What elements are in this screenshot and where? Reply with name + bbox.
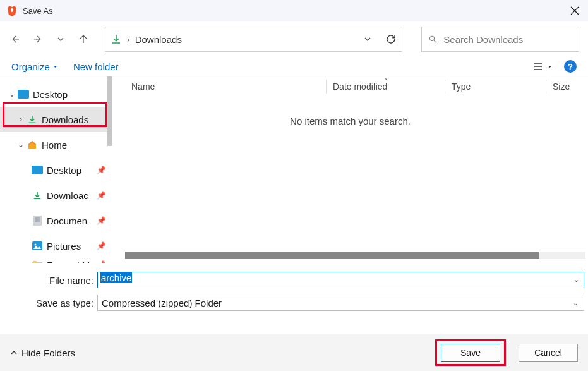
filetype-combo[interactable]: Compressed (zipped) Folder ⌄: [97, 295, 584, 311]
tree-label: Home: [42, 140, 67, 150]
footer: Hide Folders Save Cancel: [0, 334, 588, 371]
column-headers: Name ⌄ Date modified Type Size: [112, 76, 588, 97]
search-input[interactable]: [443, 34, 572, 45]
close-icon: [570, 6, 579, 15]
pin-icon: 📌: [97, 260, 106, 263]
empty-message: No items match your search.: [112, 116, 588, 126]
svg-rect-3: [33, 216, 42, 226]
arrow-right-icon: [32, 33, 44, 45]
chevron-down-icon: ⌄: [16, 140, 25, 149]
file-fields: File name: archive ⌄ Save as type: Compr…: [0, 263, 588, 322]
downloads-icon: [30, 190, 44, 201]
pin-icon: 📌: [97, 216, 106, 225]
chevron-up-icon: [10, 349, 18, 356]
organize-label: Organize: [11, 61, 50, 72]
new-folder-button[interactable]: New folder: [73, 61, 119, 72]
folder-icon: [30, 259, 44, 263]
view-menu-button[interactable]: [533, 62, 553, 71]
filetype-value: Compressed (zipped) Folder: [102, 298, 222, 308]
tree-item-desktop-root[interactable]: ⌄ Desktop: [0, 82, 112, 107]
file-list-pane: Name ⌄ Date modified Type Size No items …: [112, 76, 588, 263]
navigation-pane[interactable]: ⌄ Desktop › Downloads ⌄ Home Desktop 📌: [0, 76, 112, 263]
desktop-icon: [16, 88, 30, 100]
close-button[interactable]: [568, 4, 582, 18]
chevron-right-icon: ›: [16, 115, 25, 124]
hide-folders-label: Hide Folders: [21, 348, 75, 358]
brave-icon: [6, 5, 18, 16]
tree-item-home-downloads[interactable]: Downloac 📌: [0, 183, 112, 208]
breadcrumb-current[interactable]: Downloads: [135, 34, 182, 45]
tree-item-home[interactable]: ⌄ Home: [0, 132, 112, 157]
column-date[interactable]: ⌄ Date modified: [333, 82, 445, 92]
horizontal-scrollbar-thumb[interactable]: [125, 252, 539, 259]
tree-item-home-desktop[interactable]: Desktop 📌: [0, 157, 112, 183]
desktop-icon: [30, 164, 44, 176]
refresh-button[interactable]: [385, 33, 397, 45]
nav-row: › Downloads: [0, 21, 588, 57]
chevron-down-icon: [57, 35, 64, 43]
filename-label: File name:: [4, 275, 97, 286]
svg-point-5: [35, 244, 37, 246]
file-browser: ⌄ Desktop › Downloads ⌄ Home Desktop 📌: [0, 76, 588, 263]
tree-item-home-pictures[interactable]: Pictures 📌: [0, 233, 112, 258]
folder-tree: ⌄ Desktop › Downloads ⌄ Home Desktop 📌: [0, 76, 112, 263]
pictures-icon: [30, 240, 44, 252]
cancel-button[interactable]: Cancel: [519, 344, 578, 362]
pin-icon: 📌: [97, 166, 106, 174]
tree-label: Downloac: [47, 190, 88, 201]
svg-point-0: [429, 36, 434, 40]
breadcrumb-separator-icon: ›: [127, 34, 130, 44]
nav-scrollbar-thumb[interactable]: [107, 76, 112, 146]
column-date-label: Date modified: [333, 82, 387, 92]
downloads-folder-icon: [111, 33, 122, 45]
search-icon: [428, 34, 437, 44]
search-box[interactable]: [421, 27, 579, 52]
arrow-left-icon: [9, 33, 21, 45]
save-button[interactable]: Save: [441, 344, 500, 362]
documents-icon: [30, 215, 44, 226]
column-type[interactable]: Type: [452, 82, 546, 92]
home-icon: [25, 139, 39, 150]
annotation-highlight-save: Save: [435, 339, 506, 366]
up-button[interactable]: [77, 33, 90, 46]
help-icon: ?: [568, 62, 573, 71]
recent-button[interactable]: [54, 33, 67, 46]
svg-rect-2: [32, 166, 43, 174]
dropdown-caret-icon: [547, 64, 553, 70]
hide-folders-button[interactable]: Hide Folders: [10, 348, 75, 358]
toolbar: Organize New folder ?: [0, 57, 588, 76]
tree-item-home-documents[interactable]: Documen 📌: [0, 208, 112, 233]
tree-label: Documen: [47, 216, 87, 226]
address-dropdown-button[interactable]: [364, 35, 371, 43]
title-bar: Save As: [0, 0, 588, 21]
tree-label: Pictures: [47, 241, 81, 252]
back-button[interactable]: [9, 33, 21, 46]
tree-label: Desktop: [47, 165, 81, 176]
forward-button[interactable]: [32, 33, 44, 46]
filename-input[interactable]: archive: [97, 272, 584, 288]
refresh-icon: [385, 33, 397, 45]
tree-item-home-item5[interactable]: Framed M 📌: [0, 258, 112, 263]
organize-button[interactable]: Organize: [11, 61, 58, 72]
window-title: Save As: [23, 6, 53, 16]
sort-indicator-icon: ⌄: [383, 74, 388, 81]
arrow-up-icon: [78, 33, 89, 45]
tree-item-downloads[interactable]: › Downloads: [0, 107, 112, 132]
filename-dropdown-icon[interactable]: ⌄: [573, 276, 579, 284]
tree-label: Downloads: [42, 114, 88, 125]
pin-icon: 📌: [97, 241, 106, 250]
svg-rect-1: [18, 90, 29, 99]
chevron-down-icon: ⌄: [8, 90, 16, 99]
tree-label: Framed M: [47, 260, 90, 264]
dropdown-caret-icon: [52, 64, 58, 70]
help-button[interactable]: ?: [564, 60, 577, 73]
chevron-down-icon: [364, 35, 371, 43]
column-size[interactable]: Size: [553, 82, 570, 92]
column-name[interactable]: Name: [131, 82, 326, 92]
list-view-icon: [533, 62, 543, 71]
horizontal-scrollbar[interactable]: [125, 252, 585, 259]
filetype-label: Save as type:: [4, 298, 97, 308]
address-bar[interactable]: › Downloads: [105, 27, 402, 52]
chevron-down-icon: ⌄: [573, 299, 579, 307]
pin-icon: 📌: [97, 191, 106, 200]
